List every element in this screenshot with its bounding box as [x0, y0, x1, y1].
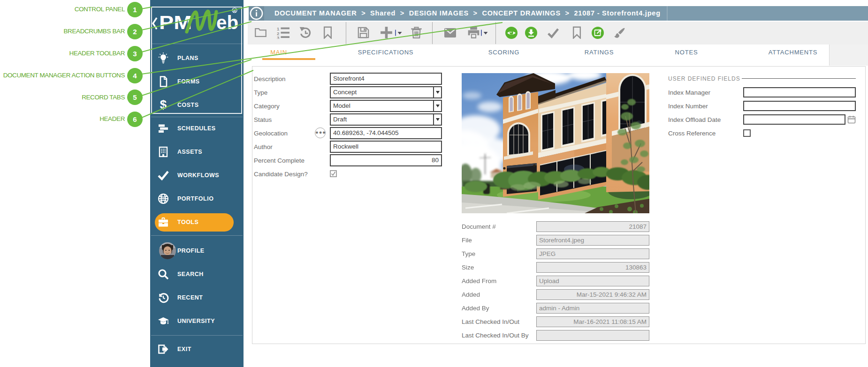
svg-text:3: 3	[277, 35, 279, 39]
